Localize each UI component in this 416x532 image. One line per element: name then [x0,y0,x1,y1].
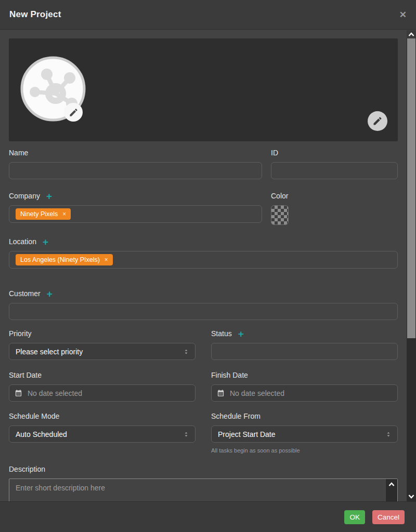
start-date-picker[interactable] [9,384,196,402]
add-status-icon[interactable]: + [238,329,244,339]
modal-body: Name ID Company + Ninety Pixels × Color [0,30,416,501]
schedule-from-select[interactable]: Project Start Date [211,425,398,443]
start-date-input[interactable] [28,389,190,397]
name-input[interactable] [9,162,262,179]
modal-footer: OK Cancel [0,501,416,532]
color-label: Color [271,191,398,201]
scrollbar-thumb[interactable] [407,38,415,338]
add-location-icon[interactable]: + [43,237,48,247]
priority-label: Priority [9,329,196,338]
description-textarea[interactable] [9,478,398,501]
location-tag: Los Angeles (Ninety PIxels) × [16,254,113,265]
name-label: Name [9,148,262,157]
location-label-text: Location [9,237,36,246]
chevron-up-icon [408,32,414,37]
id-label: ID [271,148,398,157]
pencil-icon [372,116,383,126]
description-scrollbar[interactable] [385,479,397,501]
status-label: Status + [211,329,398,338]
schedule-from-label: Schedule From [211,411,398,421]
schedule-mode-selected-value: Auto Scheduled [16,430,67,438]
cancel-button[interactable]: Cancel [372,510,405,524]
modal-header: New Project ✕ [0,0,416,30]
schedule-mode-label: Schedule Mode [9,411,196,421]
customer-label-text: Customer [9,289,41,298]
close-icon[interactable]: ✕ [399,10,407,19]
unfold-arrows-icon [183,348,190,355]
scrollbar-down-button[interactable] [407,493,416,500]
finish-date-picker[interactable] [211,384,398,402]
scrollbar-up-button[interactable] [407,30,416,38]
add-company-icon[interactable]: + [46,191,52,201]
schedule-mode-select[interactable]: Auto Scheduled [9,425,196,443]
status-label-text: Status [211,329,232,338]
add-customer-icon[interactable]: + [47,289,53,299]
chevron-down-icon [408,494,414,499]
status-input[interactable] [211,343,398,360]
location-tag-label: Los Angeles (Ninety PIxels) [20,256,100,263]
calendar-icon [15,389,22,397]
remove-company-tag-icon[interactable]: × [62,211,66,217]
finish-date-input[interactable] [230,389,392,397]
chevron-up-icon [388,482,395,487]
schedule-from-selected-value: Project Start Date [218,430,276,438]
remove-location-tag-icon[interactable]: × [105,257,108,263]
finish-date-label: Finish Date [211,370,398,380]
id-input[interactable] [271,162,398,179]
schedule-from-helper: All tasks begin as soon as possible [211,447,398,454]
unfold-arrows-icon [385,431,392,438]
customer-input[interactable] [9,303,398,320]
modal-title: New Project [9,9,61,20]
ok-button[interactable]: OK [344,510,365,524]
description-label: Description [9,464,398,474]
company-label-text: Company [9,192,40,200]
project-avatar[interactable] [19,55,87,123]
unfold-arrows-icon [183,431,190,438]
banner-edit-button[interactable] [368,111,387,131]
start-date-label: Start Date [9,370,196,380]
location-label: Location + [9,237,398,246]
calendar-icon [217,389,225,397]
project-banner [9,38,398,141]
customer-label: Customer + [9,289,398,298]
priority-selected-value: Please select priority [16,348,83,356]
avatar-edit-button[interactable] [64,103,83,122]
priority-select[interactable]: Please select priority [9,343,196,360]
modal-scrollbar[interactable] [407,30,416,501]
color-picker-swatch[interactable] [271,205,289,225]
company-input[interactable]: Ninety Pixels × [9,205,262,223]
company-label: Company + [9,191,262,201]
location-input[interactable]: Los Angeles (Ninety PIxels) × [9,251,398,269]
company-tag-label: Ninety Pixels [20,210,58,218]
company-tag: Ninety Pixels × [16,208,71,220]
pencil-icon [69,108,79,117]
description-scrollbar-thumb[interactable] [386,479,397,501]
